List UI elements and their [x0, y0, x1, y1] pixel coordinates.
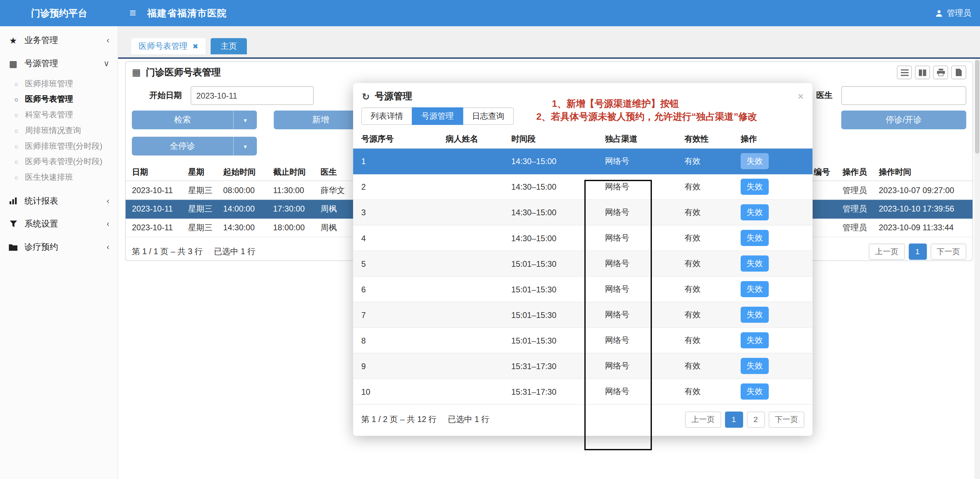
cell-validity: 有效 [684, 360, 741, 371]
cell-date: 2023-10-11 [126, 205, 188, 214]
user-label: 管理员 [947, 8, 971, 19]
circle-icon: ○ [14, 174, 18, 181]
sidebar-subitem[interactable]: ○ 医师排班管理(分时段) [0, 138, 118, 154]
stop-all-button[interactable]: 全停诊 ▾ [132, 137, 257, 155]
tab-home[interactable]: 主页 [211, 38, 247, 55]
doctor-input[interactable] [842, 86, 966, 105]
app-title: 门诊预约平台 [0, 7, 118, 19]
source-row[interactable]: 3 14:30–15:00 网络号 有效 失效 [353, 200, 812, 225]
cell-channel: 网络号 [605, 335, 684, 346]
invalidate-button[interactable]: 失效 [741, 230, 768, 246]
refresh-icon[interactable]: ↻ [362, 91, 370, 102]
tab-list-detail[interactable]: 列表详情 [361, 108, 412, 125]
close-icon[interactable]: × [798, 91, 804, 102]
cell-week: 星期三 [188, 203, 223, 214]
start-date-input[interactable] [191, 86, 314, 105]
user-menu[interactable]: 管理员 [935, 8, 980, 19]
prev-page-button[interactable]: 上一页 [685, 411, 721, 428]
tab-close-icon[interactable]: ✖ [192, 43, 198, 49]
page-info: 第 1 / 1 页 – 共 3 行 [132, 246, 203, 257]
source-row[interactable]: 2 14:30–15:00 网络号 有效 失效 [353, 174, 812, 200]
selected-info: 已选中 1 行 [214, 246, 256, 257]
source-table: 号源序号 病人姓名 时间段 独占渠道 有效性 操作 1 14:30–15:00 … [353, 130, 812, 404]
invalidate-button[interactable]: 失效 [741, 358, 768, 374]
sidebar-subitem[interactable]: ○ 周排班情况查询 [0, 123, 118, 139]
invalidate-button[interactable]: 失效 [741, 384, 768, 400]
invalidate-button[interactable]: 失效 [741, 255, 768, 272]
circle-icon: ○ [14, 159, 18, 165]
cell-validity: 有效 [684, 258, 741, 269]
invalidate-button[interactable]: 失效 [741, 281, 768, 298]
invalidate-button[interactable]: 失效 [741, 307, 768, 323]
cell-start: 08:00:00 [223, 186, 273, 195]
cell-validity: 有效 [684, 232, 741, 244]
chevron-left-icon: ‹ [107, 35, 109, 45]
source-row[interactable]: 8 15:01–15:30 网络号 有效 失效 [353, 328, 812, 354]
source-row[interactable]: 5 15:01–15:30 网络号 有效 失效 [353, 251, 812, 277]
page-info: 第 1 / 2 页 – 共 12 行 [361, 414, 437, 425]
hamburger-menu-icon[interactable]: ≡ [118, 8, 147, 19]
cell-time: 15:31–17:30 [511, 387, 605, 396]
cell-week: 星期三 [188, 185, 223, 196]
sidebar-subitem[interactable]: ○ 医生快速排班 [0, 170, 118, 186]
source-row[interactable]: 1 14:30–15:00 网络号 有效 失效 [353, 149, 812, 174]
sidebar-item-business-mgmt[interactable]: ★ 业务管理 ‹ [0, 29, 118, 52]
file-icon[interactable] [951, 65, 966, 79]
sidebar-item-appointment[interactable]: 诊疗预约 ‹ [0, 235, 118, 259]
next-page-button[interactable]: 下一页 [768, 411, 804, 428]
source-row[interactable]: 9 15:31–17:30 网络号 有效 失效 [353, 354, 812, 379]
sidebar-subitem[interactable]: ○ 医师号表管理 [0, 92, 118, 108]
sidebar: ★ 业务管理 ‹ ▦ 号源管理 ∨ ○ 医师排班管理 ○ 医师号表管理 ○ 科室… [0, 26, 118, 479]
chevron-left-icon: ‹ [107, 219, 109, 228]
columns-icon[interactable] [915, 65, 930, 79]
col-header-week: 星期 [188, 167, 223, 178]
cell-start: 14:30:00 [223, 223, 273, 232]
invalidate-button[interactable]: 失效 [741, 178, 768, 195]
chevron-left-icon: ‹ [107, 196, 109, 205]
next-page-button[interactable]: 下一页 [930, 244, 966, 260]
cell-seq: 3 [353, 208, 445, 217]
page-number-button[interactable]: 1 [908, 244, 926, 260]
page-numbers: 1 2 [725, 411, 765, 428]
cell-channel: 网络号 [605, 284, 684, 295]
page-number-button[interactable]: 1 [725, 411, 743, 428]
sidebar-item-label: 系统设置 [24, 218, 58, 230]
print-icon[interactable] [933, 65, 948, 79]
sidebar-item-source-mgmt[interactable]: ▦ 号源管理 ∨ [0, 52, 118, 75]
source-row[interactable]: 4 14:30–15:00 网络号 有效 失效 [353, 225, 812, 251]
tab-log-query[interactable]: 日志查询 [462, 108, 514, 125]
invalidate-button[interactable]: 失效 [741, 332, 768, 349]
scrollbar-thumb[interactable] [975, 60, 979, 154]
sidebar-subitem[interactable]: ○ 科室号表管理 [0, 108, 118, 123]
sidebar-item-statistics[interactable]: 统计报表 ‹ [0, 189, 118, 213]
prev-page-button[interactable]: 上一页 [869, 244, 905, 260]
search-button[interactable]: 检索 ▾ [132, 111, 257, 129]
source-row[interactable]: 6 15:01–15:30 网络号 有效 失效 [353, 277, 812, 302]
tab-doctor-schedule[interactable]: 医师号表管理 ✖ [131, 38, 205, 55]
sidebar-subitem[interactable]: ○ 医师号表管理(分时段) [0, 154, 118, 170]
tab-source-management[interactable]: 号源管理 [412, 108, 463, 125]
cell-validity: 有效 [684, 181, 741, 192]
caret-down-icon[interactable]: ▾ [233, 137, 257, 155]
col-header-time: 时间段 [511, 133, 605, 145]
toggle-clinic-button[interactable]: 停诊/开诊 [842, 111, 966, 129]
cell-channel: 网络号 [605, 258, 684, 269]
col-header-operator: 操作员 [842, 167, 878, 178]
source-row[interactable]: 7 15:01–15:30 网络号 有效 失效 [353, 302, 812, 328]
person-icon [935, 9, 943, 17]
panel-toolbar-icons [897, 65, 966, 79]
caret-down-icon[interactable]: ▾ [233, 111, 257, 129]
sidebar-item-label: 业务管理 [24, 35, 58, 46]
sidebar-subitem-label: 医生快速排班 [25, 172, 73, 183]
invalidate-button[interactable]: 失效 [741, 205, 768, 221]
source-row[interactable]: 10 15:31–17:30 网络号 有效 失效 [353, 379, 812, 404]
cell-optime: 2023-10-10 17:39:56 [878, 205, 972, 214]
vertical-scrollbar[interactable] [975, 59, 980, 479]
sidebar-subitem[interactable]: ○ 医师排班管理 [0, 76, 118, 92]
cell-end: 17:30:00 [273, 205, 321, 214]
list-icon[interactable] [897, 65, 912, 79]
invalidate-button[interactable]: 失效 [741, 153, 768, 169]
tab-bar: 医师号表管理 ✖ 主页 [118, 26, 980, 59]
page-number-button[interactable]: 2 [746, 411, 765, 428]
sidebar-item-system-settings[interactable]: 系统设置 ‹ [0, 212, 118, 235]
